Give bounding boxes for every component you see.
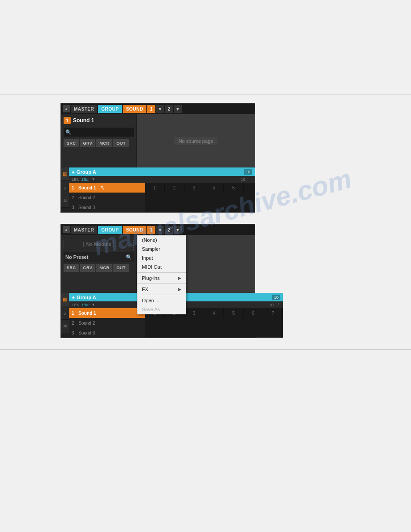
ctx-plugins-arrow-icon: ▶ <box>178 276 181 280</box>
ss2-sound-2-num: 2 <box>72 321 76 326</box>
ss1-grid-area: 1 2 3 4 5 <box>145 183 255 212</box>
ss2-side-icons: ▦ ♪ ≋ <box>61 293 69 338</box>
ctx-divider-2 <box>137 283 186 284</box>
ss2-grid-icon-btn[interactable]: ▦ <box>61 293 69 306</box>
ss2-grid-col-5: 5 <box>224 308 244 318</box>
ss2-preset-search-icon[interactable]: 🔍 <box>126 254 132 260</box>
ss2-sound-btn[interactable]: SOUND <box>123 226 146 234</box>
ss2-body: [ No Module ] No Preset 🔍 SRC GRV MCR OU… <box>61 235 255 338</box>
ss2-mcr-btn[interactable]: MCR <box>96 264 112 272</box>
ss2-num1-dropdown[interactable]: ▼ <box>156 226 164 234</box>
ss2-num2-badge[interactable]: 2 <box>165 226 173 234</box>
ss2-main-row: [ No Module ] No Preset 🔍 SRC GRV MCR OU… <box>61 235 255 293</box>
ss1-group-btn[interactable]: GROUP <box>98 105 122 113</box>
ctx-divider-1 <box>137 272 186 273</box>
ss1-sound-1-name: Sound 1 <box>78 185 96 190</box>
ss1-grid-col-4: 4 <box>204 183 224 193</box>
ctx-none-item[interactable]: (None) <box>137 236 186 245</box>
ss2-len-num: 10 <box>269 303 274 307</box>
ss2-navbar: ▲ MASTER GROUP SOUND 1 ▼ 2 ▼ <box>61 224 255 235</box>
screenshot2: ▲ MASTER GROUP SOUND 1 ▼ 2 ▼ [ No Module… <box>60 224 255 338</box>
ss1-num2-badge[interactable]: 2 <box>165 105 173 113</box>
ctx-plugins-item[interactable]: Plug-ins ▶ <box>137 274 186 283</box>
ss2-right-panel: (None) Sampler Input MIDI Out Plug-ins ▶… <box>137 235 255 293</box>
ss1-grid-icon-btn[interactable]: ▦ <box>61 167 69 181</box>
ctx-saveas-item[interactable]: Save As... <box>137 305 186 314</box>
ss2-num2-dropdown[interactable]: ▼ <box>174 226 182 234</box>
ss1-num2-dropdown[interactable]: ▼ <box>174 105 182 113</box>
ss2-bracket-right-icon: ] <box>113 241 115 247</box>
ss1-len-arrow-icon: ▼ <box>92 177 95 181</box>
ss1-right-panel: No source page <box>137 114 255 167</box>
ctx-open-item[interactable]: Open ... <box>137 296 186 305</box>
ss2-dots-icon: ⋮ <box>276 303 280 307</box>
ss1-bottom: ▦ ♪ ≋ ◈ Group A 10 LEN <box>61 167 255 212</box>
ss1-sound-title-row: 1 Sound 1 <box>64 117 134 124</box>
ss1-num1-badge[interactable]: 1 <box>147 105 155 113</box>
ctx-midiout-item[interactable]: MIDI Out <box>137 262 186 271</box>
ss1-sound-3-name: Sound 3 <box>78 205 95 210</box>
ss1-src-btn[interactable]: SRC <box>64 139 79 147</box>
ss2-context-menu: (None) Sampler Input MIDI Out Plug-ins ▶… <box>137 235 186 314</box>
ss1-group-num: 10 <box>244 169 252 175</box>
ss2-sound-item-3[interactable]: 3 Sound 3 <box>69 328 145 338</box>
ss1-grid-col-1: 1 <box>145 183 165 193</box>
ss2-sound-3-name: Sound 3 <box>78 330 95 335</box>
ss1-len-label: LEN <box>72 177 80 182</box>
ss2-sound-item-1[interactable]: 1 Sound 1 <box>69 308 145 318</box>
ss2-num1-badge[interactable]: 1 <box>147 226 155 234</box>
ctx-fx-arrow-icon: ▶ <box>178 287 181 292</box>
ss1-group-row: ◈ Group A 10 <box>69 167 255 176</box>
ss1-piano-icon-btn[interactable]: ♪ <box>61 181 69 194</box>
ss1-out-btn[interactable]: OUT <box>113 139 129 147</box>
ss2-btn-row: SRC GRV MCR OUT <box>64 264 134 272</box>
ss2-left-panel: [ No Module ] No Preset 🔍 SRC GRV MCR OU… <box>61 235 137 293</box>
ss1-sound-item-1[interactable]: 1 Sound 1 ↖ <box>69 183 145 193</box>
ss1-main-row: 1 Sound 1 🔍 SRC GRV MCR OUT No sou <box>61 114 255 167</box>
page: manualsarchive.com ▲ MASTER GROUP SOUND … <box>0 0 411 532</box>
ss2-sound-list: 1 Sound 1 2 Sound 2 3 Sound 3 <box>69 308 145 338</box>
ss1-sound-btn[interactable]: SOUND <box>123 105 146 113</box>
ss2-sound-1-num: 1 <box>72 311 76 316</box>
ss2-master-btn[interactable]: MASTER <box>71 226 97 234</box>
ss2-len-val: 1Bar <box>81 303 90 307</box>
ss1-num1-dropdown[interactable]: ▼ <box>156 105 164 113</box>
ss2-src-btn[interactable]: SRC <box>64 264 79 272</box>
ss1-sound-name: Sound 1 <box>73 117 94 124</box>
ss1-group-icon: ◈ <box>72 170 75 174</box>
ss2-no-preset-row: No Preset 🔍 <box>64 252 134 262</box>
ctx-sampler-item[interactable]: Sampler <box>137 245 186 253</box>
ss2-group-btn[interactable]: GROUP <box>98 226 122 234</box>
ss1-mcr-btn[interactable]: MCR <box>96 139 112 147</box>
ss1-sound-item-3[interactable]: 3 Sound 3 <box>69 202 145 212</box>
ss1-sound-1-num: 1 <box>72 185 76 190</box>
ss2-nav-left-arrow[interactable]: ▲ <box>63 226 70 233</box>
ss1-no-source-label: No source page <box>174 137 218 145</box>
ss1-navbar: ▲ MASTER GROUP SOUND 1 ▼ 2 ▼ <box>61 103 255 114</box>
ss1-left-panel: 1 Sound 1 🔍 SRC GRV MCR OUT <box>61 114 137 167</box>
ss1-master-btn[interactable]: MASTER <box>71 105 97 113</box>
ss2-sound-2-name: Sound 2 <box>78 321 95 326</box>
ss2-bracket-left-icon: [ <box>83 241 84 247</box>
ss1-wave-icon-btn[interactable]: ≋ <box>61 194 69 208</box>
ss2-sound-1-name: Sound 1 <box>78 311 96 316</box>
ss2-grv-btn[interactable]: GRV <box>80 264 96 272</box>
ss2-group-icon: ◈ <box>72 295 75 300</box>
screenshot1: ▲ MASTER GROUP SOUND 1 ▼ 2 ▼ 1 Sound 1 🔍 <box>60 103 255 213</box>
ss1-search-row[interactable]: 🔍 <box>64 128 134 137</box>
divider-bottom <box>0 349 411 350</box>
ss2-piano-icon-btn[interactable]: ♪ <box>61 306 69 320</box>
ctx-input-item[interactable]: Input <box>137 253 186 262</box>
ctx-fx-item[interactable]: FX ▶ <box>137 285 186 294</box>
ss1-sound-item-2[interactable]: 2 Sound 2 <box>69 193 145 202</box>
ss2-out-btn[interactable]: OUT <box>113 264 129 272</box>
ss2-sound-item-2[interactable]: 2 Sound 2 <box>69 318 145 328</box>
ss1-nav-left-arrow[interactable]: ▲ <box>63 105 70 112</box>
ss2-no-module-label: No Module <box>86 241 111 247</box>
ss2-grid-col-4: 4 <box>204 308 224 318</box>
divider-top <box>0 94 411 94</box>
ss1-side-icons: ▦ ♪ ≋ <box>61 167 69 212</box>
ss1-grv-btn[interactable]: GRV <box>80 139 96 147</box>
ss2-wave-icon-btn[interactable]: ≋ <box>61 320 69 333</box>
ss2-len-label: LEN <box>72 303 80 307</box>
